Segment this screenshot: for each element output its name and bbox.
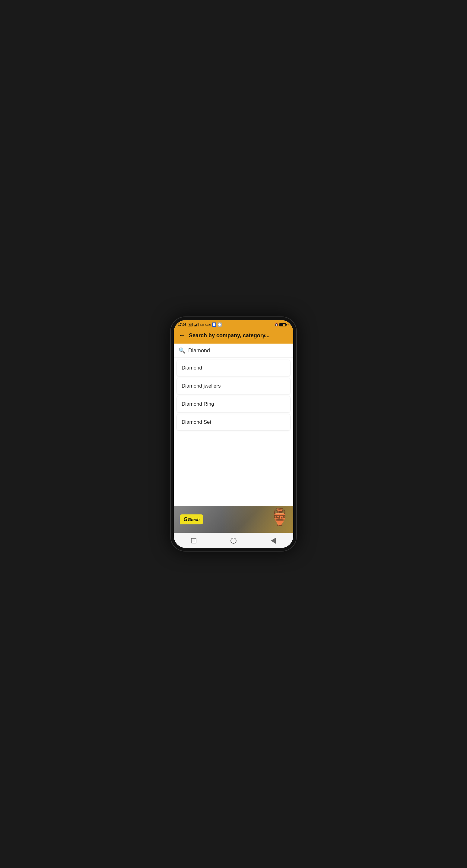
search-input[interactable] — [188, 347, 288, 354]
nav-bar — [174, 533, 293, 548]
home-icon — [231, 538, 236, 544]
back-button[interactable]: ← — [179, 332, 185, 339]
app-header: ← Search by company, category... — [174, 329, 293, 344]
suggestion-item-1[interactable]: Diamond — [177, 360, 290, 376]
network-badge: 4G — [188, 323, 193, 327]
app-banner: GGtech 🏺 — [174, 506, 293, 533]
header-title: Search by company, category... — [189, 333, 269, 339]
suggestions-list: Diamond Diamond jwellers Diamond Ring Di… — [174, 358, 293, 506]
logo-text: Gtech — [188, 517, 200, 522]
volume-mute-icon: 🔇 — [274, 323, 278, 327]
suggestion-item-2[interactable]: Diamond jwellers — [177, 378, 290, 394]
battery-icon — [279, 323, 286, 327]
suggestion-label-2: Diamond jwellers — [182, 383, 221, 389]
speed-indicator: 8.00 KB/S — [200, 323, 211, 326]
accessibility-icon — [217, 322, 222, 327]
usb-icon — [212, 322, 216, 327]
suggestion-label-4: Diamond Set — [182, 419, 211, 425]
status-right: 🔇 + — [274, 323, 289, 327]
status-bar: 17:03 4G 8.00 KB/S 🔇 — [174, 320, 293, 329]
suggestion-label-1: Diamond — [182, 365, 202, 371]
clock: 17:03 — [178, 323, 186, 327]
suggestion-item-3[interactable]: Diamond Ring — [177, 396, 290, 412]
recent-apps-icon — [191, 538, 196, 544]
banner-logo: GGtech — [180, 515, 203, 524]
phone-screen: 17:03 4G 8.00 KB/S 🔇 — [174, 320, 293, 548]
phone-frame: 17:03 4G 8.00 KB/S 🔇 — [170, 316, 297, 552]
back-nav-button[interactable] — [269, 536, 278, 545]
back-nav-icon — [271, 538, 276, 544]
home-button[interactable] — [229, 536, 238, 545]
recent-apps-button[interactable] — [189, 536, 198, 545]
suggestion-label-3: Diamond Ring — [182, 401, 214, 407]
search-icon: 🔍 — [179, 347, 185, 354]
charging-icon: + — [287, 323, 289, 327]
logo-g: G — [183, 516, 188, 522]
status-left: 17:03 4G 8.00 KB/S — [178, 322, 222, 327]
suggestion-item-4[interactable]: Diamond Set — [177, 414, 290, 430]
banner-image: 🏺 — [269, 507, 290, 527]
signal-bars — [194, 323, 199, 327]
search-bar: 🔍 — [174, 344, 293, 358]
